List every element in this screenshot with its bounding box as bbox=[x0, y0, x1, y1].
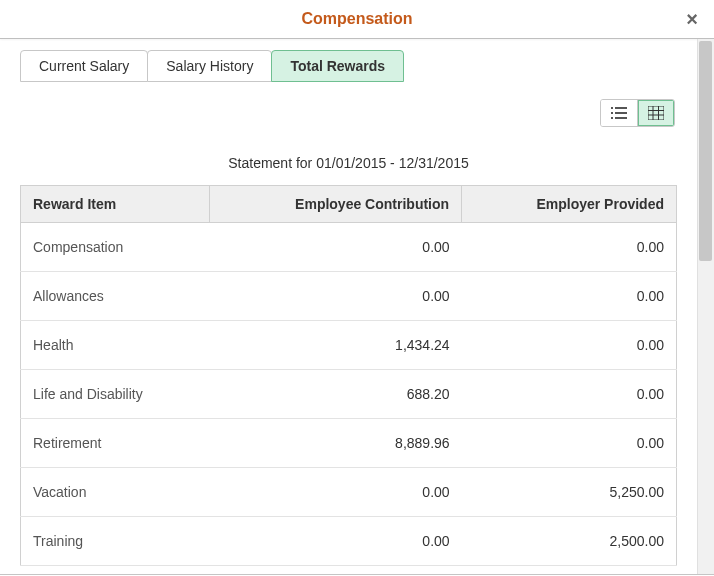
svg-rect-3 bbox=[615, 112, 627, 114]
cell-reward-item: Allowances bbox=[21, 272, 210, 321]
table-row: Compensation0.000.00 bbox=[21, 223, 677, 272]
cell-reward-item: Vacation bbox=[21, 468, 210, 517]
col-employer-provided: Employer Provided bbox=[462, 186, 677, 223]
svg-rect-0 bbox=[611, 107, 613, 109]
svg-rect-5 bbox=[615, 117, 627, 119]
table-header-row: Reward Item Employee Contribution Employ… bbox=[21, 186, 677, 223]
tab-salary-history[interactable]: Salary History bbox=[147, 50, 272, 82]
cell-reward-item: Health bbox=[21, 321, 210, 370]
content-area: Current Salary Salary History Total Rewa… bbox=[0, 39, 697, 574]
tab-label: Total Rewards bbox=[290, 58, 385, 74]
table-row: Allowances0.000.00 bbox=[21, 272, 677, 321]
cell-employee-contribution: 0.00 bbox=[210, 468, 462, 517]
svg-rect-6 bbox=[648, 106, 664, 120]
list-icon bbox=[611, 106, 627, 120]
grid-icon bbox=[648, 106, 664, 120]
cell-employee-contribution: 1,434.24 bbox=[210, 321, 462, 370]
cell-employer-provided: 2,500.00 bbox=[462, 517, 677, 566]
svg-rect-1 bbox=[615, 107, 627, 109]
modal-header: Compensation × bbox=[0, 0, 714, 39]
table-row: Life and Disability688.200.00 bbox=[21, 370, 677, 419]
scrollbar[interactable] bbox=[697, 39, 714, 574]
cell-reward-item: Retirement bbox=[21, 419, 210, 468]
table-row: Retirement8,889.960.00 bbox=[21, 419, 677, 468]
tabs: Current Salary Salary History Total Rewa… bbox=[20, 49, 677, 81]
cell-employee-contribution: 0.00 bbox=[210, 272, 462, 321]
svg-rect-2 bbox=[611, 112, 613, 114]
cell-reward-item: Training bbox=[21, 517, 210, 566]
cell-employer-provided: 0.00 bbox=[462, 419, 677, 468]
cell-reward-item: Compensation bbox=[21, 223, 210, 272]
rewards-table: Reward Item Employee Contribution Employ… bbox=[20, 185, 677, 566]
tab-current-salary[interactable]: Current Salary bbox=[20, 50, 148, 82]
cell-employer-provided: 0.00 bbox=[462, 321, 677, 370]
tab-label: Current Salary bbox=[39, 58, 129, 74]
cell-reward-item: Life and Disability bbox=[21, 370, 210, 419]
cell-employee-contribution: 0.00 bbox=[210, 517, 462, 566]
col-employee-contribution: Employee Contribution bbox=[210, 186, 462, 223]
modal-title: Compensation bbox=[301, 10, 412, 27]
cell-employee-contribution: 0.00 bbox=[210, 223, 462, 272]
cell-employee-contribution: 8,889.96 bbox=[210, 419, 462, 468]
list-view-button[interactable] bbox=[601, 100, 637, 126]
svg-rect-4 bbox=[611, 117, 613, 119]
close-icon[interactable]: × bbox=[680, 0, 704, 38]
cell-employer-provided: 5,250.00 bbox=[462, 468, 677, 517]
tab-label: Salary History bbox=[166, 58, 253, 74]
cell-employer-provided: 0.00 bbox=[462, 272, 677, 321]
scrollbar-thumb[interactable] bbox=[699, 41, 712, 261]
tab-total-rewards[interactable]: Total Rewards bbox=[271, 50, 404, 82]
table-row: Vacation0.005,250.00 bbox=[21, 468, 677, 517]
view-toggle bbox=[600, 99, 675, 127]
cell-employer-provided: 0.00 bbox=[462, 223, 677, 272]
table-row: Training0.002,500.00 bbox=[21, 517, 677, 566]
col-reward-item: Reward Item bbox=[21, 186, 210, 223]
cell-employer-provided: 0.00 bbox=[462, 370, 677, 419]
bottom-divider bbox=[0, 574, 714, 575]
grid-view-button[interactable] bbox=[637, 100, 674, 126]
statement-label: Statement for 01/01/2015 - 12/31/2015 bbox=[20, 155, 677, 171]
cell-employee-contribution: 688.20 bbox=[210, 370, 462, 419]
table-row: Health1,434.240.00 bbox=[21, 321, 677, 370]
